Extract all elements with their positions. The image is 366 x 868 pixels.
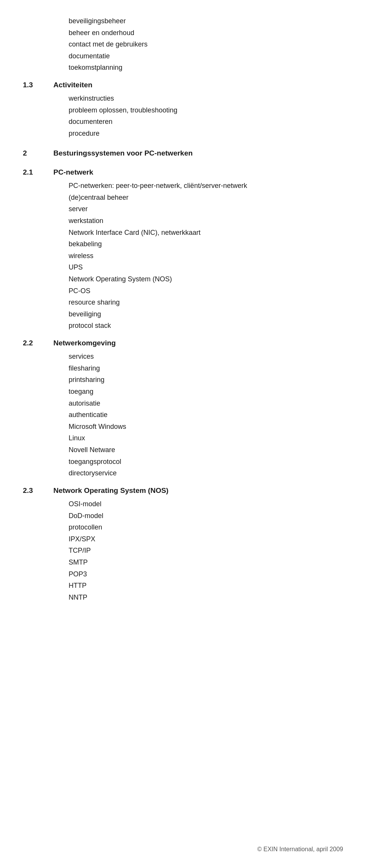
s13-item-3: procedure xyxy=(69,128,343,140)
s22-item-8: Novell Netware xyxy=(69,444,343,456)
s23-item-2: protocollen xyxy=(69,521,343,533)
s22-item-9: toegangsprotocol xyxy=(69,456,343,468)
s22-item-10: directoryservice xyxy=(69,467,343,479)
footer: © EXIN International, april 2009 xyxy=(257,846,343,853)
intro-list: beveiligingsbeheer beheer en onderhoud c… xyxy=(23,15,343,74)
section-2-3-title: Network Operating System (NOS) xyxy=(53,485,169,497)
s21-item-11: beveiliging xyxy=(69,308,343,320)
s22-item-1: filesharing xyxy=(69,363,343,374)
section-2-1-header: 2.1 PC-netwerk xyxy=(23,166,343,178)
section-2-2-number: 2.2 xyxy=(23,337,53,349)
intro-item-5: toekomstplanning xyxy=(69,62,343,74)
section-2-2-header: 2.2 Netwerkomgeving xyxy=(23,337,343,349)
section-2-1-number: 2.1 xyxy=(23,166,53,178)
intro-item-2: beheer en onderhoud xyxy=(69,27,343,39)
s21-item-12: protocol stack xyxy=(69,320,343,332)
s21-item-8: Network Operating System (NOS) xyxy=(69,273,343,285)
s21-item-9: PC-OS xyxy=(69,285,343,297)
section-2-2-title: Netwerkomgeving xyxy=(53,337,116,349)
page-container: beveiligingsbeheer beheer en onderhoud c… xyxy=(0,0,366,868)
section-1-3-header: 1.3 Activiteiten xyxy=(23,79,343,91)
s23-item-7: HTTP xyxy=(69,580,343,592)
intro-item-3: contact met de gebruikers xyxy=(69,39,343,50)
intro-item-4: documentatie xyxy=(69,50,343,62)
s22-item-3: toegang xyxy=(69,386,343,398)
s22-item-4: autorisatie xyxy=(69,398,343,409)
section-2-3-header: 2.3 Network Operating System (NOS) xyxy=(23,485,343,497)
section-2-header: 2 Besturingssystemen voor PC-netwerken xyxy=(23,147,343,159)
s23-item-1: DoD-model xyxy=(69,510,343,522)
s21-item-2: server xyxy=(69,203,343,215)
s21-item-6: wireless xyxy=(69,250,343,262)
section-2-1-title: PC-netwerk xyxy=(53,166,93,178)
s22-item-6: Microsoft Windows xyxy=(69,421,343,433)
s23-item-0: OSI-model xyxy=(69,498,343,510)
s22-item-0: services xyxy=(69,351,343,363)
s21-item-1: (de)centraal beheer xyxy=(69,192,343,204)
section-2-1-items: PC-netwerken: peer-to-peer-netwerk, clië… xyxy=(23,180,343,332)
s21-item-7: UPS xyxy=(69,262,343,273)
section-2-2-items: services filesharing printsharing toegan… xyxy=(23,351,343,479)
section-2-3-number: 2.3 xyxy=(23,485,53,497)
s13-item-2: documenteren xyxy=(69,116,343,128)
s22-item-7: Linux xyxy=(69,432,343,444)
s21-item-4: Network Interface Card (NIC), netwerkkaa… xyxy=(69,227,343,239)
s21-item-10: resource sharing xyxy=(69,297,343,308)
s21-item-5: bekabeling xyxy=(69,238,343,250)
section-1-3-items: werkinstructies probleem oplossen, troub… xyxy=(23,93,343,139)
s23-item-4: TCP/IP xyxy=(69,545,343,557)
section-2-title: Besturingssystemen voor PC-netwerken xyxy=(53,147,193,159)
s21-item-3: werkstation xyxy=(69,215,343,227)
s23-item-3: IPX/SPX xyxy=(69,533,343,545)
s21-item-0: PC-netwerken: peer-to-peer-netwerk, clië… xyxy=(69,180,343,192)
s22-item-2: printsharing xyxy=(69,374,343,386)
section-1-3-number: 1.3 xyxy=(23,79,53,91)
s13-item-0: werkinstructies xyxy=(69,93,343,104)
s22-item-5: authenticatie xyxy=(69,409,343,421)
s23-item-5: SMTP xyxy=(69,557,343,568)
s23-item-6: POP3 xyxy=(69,568,343,580)
intro-item-1: beveiligingsbeheer xyxy=(69,15,343,27)
s23-item-8: NNTP xyxy=(69,592,343,603)
section-2-number: 2 xyxy=(23,147,53,159)
s13-item-1: probleem oplossen, troubleshooting xyxy=(69,104,343,116)
footer-copyright: © EXIN International, april 2009 xyxy=(257,846,343,852)
section-1-3-title: Activiteiten xyxy=(53,79,92,91)
section-2-3-items: OSI-model DoD-model protocollen IPX/SPX … xyxy=(23,498,343,603)
